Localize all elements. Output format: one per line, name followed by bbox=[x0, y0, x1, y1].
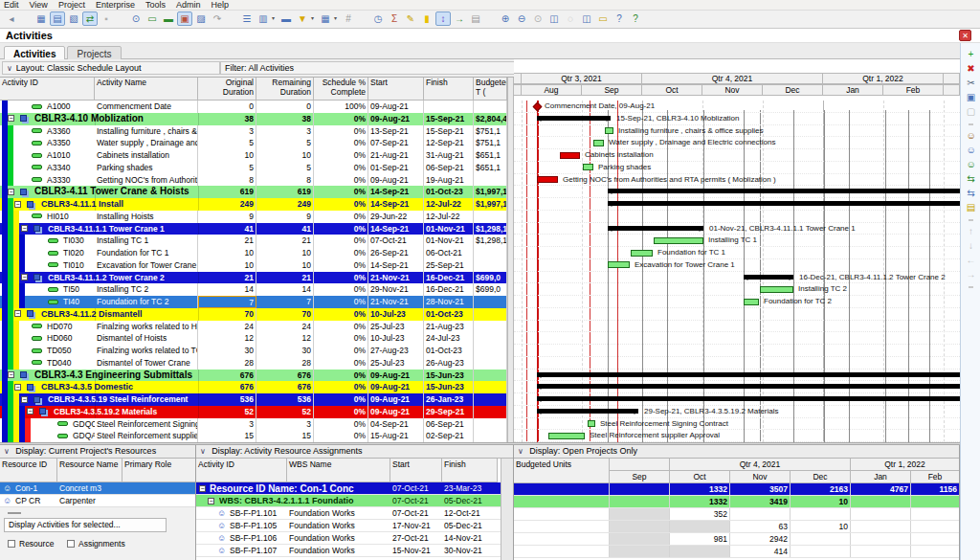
tracking-icon[interactable]: ▨ bbox=[193, 11, 209, 26]
wbs-row[interactable]: −CBLR3-4.11.1 Install2492490%14-Sep-2112… bbox=[0, 198, 507, 211]
gantt-row[interactable] bbox=[514, 332, 960, 345]
column-header-bud[interactable]: Budgeted T ( bbox=[474, 78, 507, 101]
gantt-row[interactable]: 15-Sep-21, CBLR3-4.10 Moblization bbox=[514, 113, 960, 125]
tab-activities[interactable]: Activities bbox=[4, 46, 65, 60]
assignment-column-header[interactable]: Finish bbox=[442, 459, 498, 482]
bars-icon[interactable]: ▬ bbox=[278, 11, 294, 26]
menu-item-view[interactable]: View bbox=[30, 0, 48, 11]
add-icon[interactable]: + bbox=[964, 48, 978, 60]
table-font-icon[interactable]: ▦ bbox=[318, 11, 333, 26]
back-icon[interactable]: ◂ bbox=[4, 11, 19, 26]
activity-row[interactable]: A3330Getting NOC's from Authorities an88… bbox=[0, 174, 507, 187]
gantt-row[interactable] bbox=[514, 211, 960, 223]
month-label[interactable]: Jan bbox=[823, 84, 883, 96]
activity-row[interactable]: A3340Parking shades550%01-Sep-2106-Sep-2… bbox=[0, 162, 507, 174]
month-label[interactable]: Feb bbox=[883, 84, 944, 96]
table-layout-icon[interactable]: ▦ bbox=[33, 11, 49, 26]
schedule-icon[interactable]: ◷ bbox=[370, 11, 386, 26]
add-resource-icon[interactable]: ☺ bbox=[964, 129, 978, 142]
activity-row[interactable]: TI50Installing TC 214140%29-Nov-2116-Dec… bbox=[0, 283, 507, 296]
store-period-icon[interactable]: ▤ bbox=[468, 11, 483, 26]
panel-display-bar[interactable]: ∨ Display: Activity Resource Assignments bbox=[196, 445, 513, 459]
usage-month-label[interactable]: Feb bbox=[911, 471, 960, 483]
assignment-column-header[interactable]: WBS Name bbox=[287, 459, 390, 482]
gantt-row[interactable] bbox=[514, 321, 960, 333]
notebook-icon[interactable]: ▤ bbox=[964, 201, 978, 213]
split-vertical-icon[interactable]: ◫ bbox=[579, 11, 594, 26]
collapse-icon[interactable]: − bbox=[21, 396, 28, 403]
month-label[interactable]: Sep bbox=[582, 84, 642, 96]
gantt-timescale[interactable]: Qtr 3, 2021Qtr 4, 2021Qtr 1, 2022AugSepO… bbox=[514, 73, 960, 96]
activity-row[interactable]: HI010Installing Hoists990%29-Jun-2212-Ju… bbox=[0, 211, 507, 223]
gantt-row[interactable]: Excavation for Tower Crane 1 bbox=[514, 259, 960, 272]
gantt-row[interactable]: Parking shades bbox=[514, 162, 960, 174]
mini-splitter[interactable] bbox=[8, 512, 21, 514]
collapse-icon[interactable]: − bbox=[8, 371, 14, 378]
column-header-s[interactable]: Start bbox=[368, 78, 424, 101]
activity-usage-icon[interactable]: ▬ bbox=[161, 11, 176, 26]
gantt-row[interactable] bbox=[514, 370, 960, 382]
gantt-row[interactable]: Cabinets installation bbox=[514, 149, 960, 162]
gantt-row[interactable] bbox=[514, 308, 960, 321]
column-header-name[interactable]: Activity Name bbox=[95, 78, 198, 101]
gantt-row[interactable]: 16-Dec-21, CBLR3-4.11.1.2 Tower Crane 2 bbox=[514, 272, 960, 284]
gantt-row[interactable] bbox=[514, 198, 960, 211]
cut-icon[interactable]: ✂ bbox=[964, 77, 978, 89]
progress-line-icon[interactable]: ↕ bbox=[435, 11, 451, 26]
gantt-row[interactable]: Commencment Date, 09-Aug-21 bbox=[514, 101, 960, 113]
collapse-icon[interactable]: − bbox=[8, 189, 14, 195]
resource-column-header[interactable]: Primary Role bbox=[122, 459, 196, 482]
assignment-column-header[interactable]: Start bbox=[390, 459, 442, 482]
table-gantt-splitter[interactable] bbox=[507, 78, 514, 442]
resource-row[interactable]: ☺CP CRCarpenter bbox=[0, 495, 196, 507]
activity-row[interactable]: TD040Dismantel of Tower Crane28280%25-Ju… bbox=[0, 357, 507, 370]
layout-selector[interactable]: ∨Layout: Classic Schedule Layout bbox=[2, 61, 220, 75]
filter-icon[interactable]: ▼ bbox=[295, 11, 310, 26]
group-sort-icon[interactable]: ☰ bbox=[239, 11, 255, 26]
collapse-icon[interactable]: − bbox=[27, 408, 33, 414]
gantt-row[interactable]: Water supply , Drainage and Electric con… bbox=[514, 137, 960, 149]
activity-network-icon[interactable]: ▧ bbox=[66, 11, 81, 26]
assignment-column-header[interactable]: Activity ID bbox=[196, 459, 287, 482]
gantt-row[interactable]: Installing furniture , chairs & office s… bbox=[514, 125, 960, 138]
update-progress-icon[interactable]: → bbox=[452, 11, 467, 26]
level-resources-icon[interactable]: Σ bbox=[387, 11, 402, 26]
collapse-icon[interactable]: − bbox=[14, 201, 21, 208]
assignment-group-row[interactable]: −Resource ID Name: Con-1 Conc07-Oct-2123… bbox=[196, 482, 501, 495]
gantt-row[interactable] bbox=[514, 357, 960, 370]
resource-column-header[interactable]: Resource ID bbox=[0, 459, 57, 482]
zoom-out-icon[interactable]: ⊖ bbox=[514, 11, 529, 26]
activity-row[interactable]: TI40Foundation for TC 2770%21-Nov-2128-N… bbox=[0, 296, 507, 308]
usage-row[interactable]: 1332341910 bbox=[514, 496, 960, 508]
gantt-row[interactable]: Foundation for TC 2 bbox=[514, 296, 960, 308]
activity-row[interactable]: TI010Excavation for Tower Crane 110100%1… bbox=[0, 259, 507, 272]
checkbox-icon[interactable] bbox=[67, 540, 75, 548]
activity-row[interactable]: GDQA21Steel Reinforcement supplier App15… bbox=[0, 430, 507, 442]
usage-month-label[interactable]: Dec bbox=[791, 471, 851, 483]
gantt-chart-icon[interactable]: ▤ bbox=[50, 11, 65, 26]
usage-row[interactable]: 13323507216347671156 bbox=[514, 483, 960, 496]
chevron-down-icon[interactable]: ▾ bbox=[311, 11, 318, 26]
gantt-row[interactable]: Getting NOC's from Authorities and RTA p… bbox=[514, 174, 960, 187]
month-label[interactable]: Aug bbox=[522, 84, 582, 96]
wbs-row[interactable]: −CBLR3-4.10 Moblization38380%09-Aug-2115… bbox=[0, 113, 507, 125]
move-up-icon[interactable]: ↑ bbox=[964, 225, 978, 237]
move-down-icon[interactable]: ↓ bbox=[964, 239, 978, 252]
assignment-row[interactable]: ☺SB-F-P1.106Foundation Works27-Oct-2114-… bbox=[196, 532, 501, 545]
usage-month-label[interactable]: Oct bbox=[670, 471, 730, 483]
wbs-row[interactable]: −CBLR3-4.3.5.19 Steel Reinforcement53653… bbox=[0, 393, 507, 406]
move-left-icon[interactable]: ← bbox=[964, 254, 978, 266]
close-icon[interactable]: ✕ bbox=[959, 30, 971, 41]
more-layout-icon[interactable]: ▪ bbox=[99, 11, 114, 26]
chevron-down-icon[interactable]: ▾ bbox=[334, 11, 341, 26]
delete-icon[interactable]: ✖ bbox=[964, 62, 978, 75]
collapse-icon[interactable]: − bbox=[21, 274, 28, 280]
gantt-row[interactable] bbox=[514, 381, 960, 393]
activity-row[interactable]: A1010Cabinets installation10100%21-Aug-2… bbox=[0, 149, 507, 162]
expand-all-icon[interactable]: ◌ bbox=[563, 11, 578, 26]
assign-resource-icon[interactable]: ⇆ bbox=[964, 172, 978, 185]
notes-icon[interactable]: ▭ bbox=[595, 11, 611, 26]
usage-row[interactable]: 414 bbox=[514, 546, 960, 558]
usage-row[interactable]: 352 bbox=[514, 508, 960, 521]
activity-row[interactable]: A3360Installing furniture , chairs & off… bbox=[0, 125, 507, 138]
